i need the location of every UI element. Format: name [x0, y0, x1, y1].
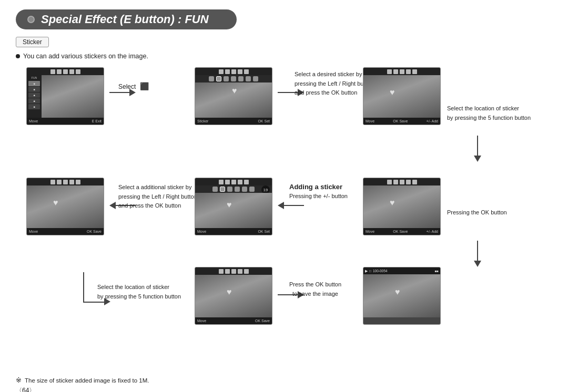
arrow-down-1 [473, 136, 482, 162]
cam-save: 19 ♥ Move OK Save [195, 267, 272, 325]
caption-additional-sticker: Select a additional sticker bypressing t… [118, 183, 202, 211]
arrow-left-2 [278, 201, 304, 211]
note-text: ※ The size of sticker added image is fix… [16, 376, 552, 384]
cam-sticker-select-2: 19 ♥ Move OK Set [195, 178, 272, 235]
cam-additional-sticker: 19 ♥ Move OK Save [26, 178, 104, 235]
caption-location: Select the location of stickerby pressin… [447, 104, 531, 122]
arrow-down-2 [473, 241, 482, 267]
cam-sticker-select: ♥ Sticker OK Set [195, 67, 272, 125]
select-caption: Select ⬛ [118, 82, 149, 90]
cam-fun-screen: FUN ■ ■ ■ ■ ■ Move E Exit [26, 67, 104, 125]
page-title: Special Effect (E button) : FUN [41, 13, 209, 26]
sticker-tab: Sticker [16, 37, 49, 47]
caption-pressing-ok: Pressing the OK button [447, 209, 507, 215]
layout-wrapper: FUN ■ ■ ■ ■ ■ Move E Exit Select ⬛ [16, 67, 552, 372]
bullet-text: You can add various stickers on the imag… [16, 53, 552, 60]
title-bar: Special Effect (E button) : FUN [16, 9, 237, 29]
caption-location-2: Select the location of stickerby pressin… [97, 283, 181, 301]
select-icon: ⬛ [140, 82, 149, 90]
caption-adding-sticker: Adding a sticker Pressing the +/- button [289, 183, 348, 199]
title-dot [27, 16, 35, 23]
file-indicator: ▶ □ 100-0054 ■■ [363, 267, 440, 274]
cam-saved: ▶ □ 100-0054 ■■ 19 ♥ [363, 267, 441, 325]
cam-sticker-placed: 19 ♥ Move OK Save +/- Add [363, 67, 441, 125]
bullet-dot [16, 54, 20, 58]
cam-location-2: 19 ♥ Move OK Save +/- Add [363, 178, 441, 235]
caption-press-ok-save: Press the OK buttonto save the image [289, 280, 341, 298]
page-number: 〈64〉 [16, 386, 552, 392]
